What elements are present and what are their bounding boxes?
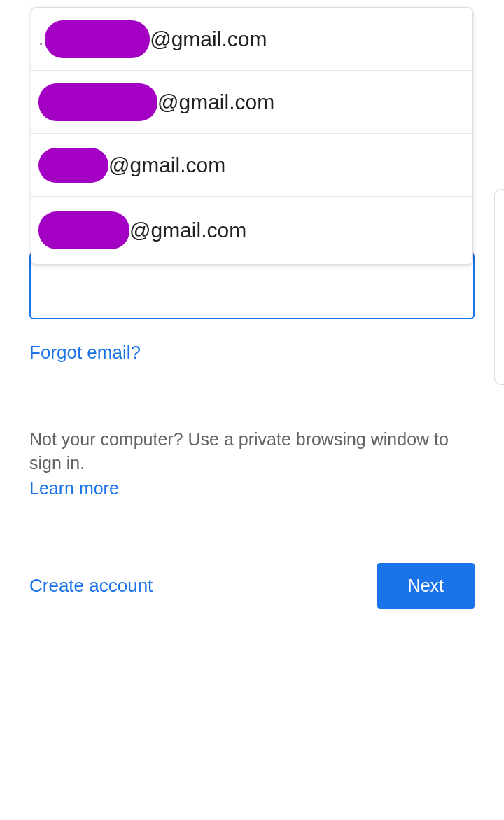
redacted-username-icon bbox=[38, 83, 158, 121]
email-suffix: @gmail.com bbox=[130, 218, 246, 242]
create-account-link[interactable]: Create account bbox=[29, 575, 153, 597]
redacted-username-icon bbox=[38, 148, 108, 183]
privacy-text: Not your computer? Use a private browsin… bbox=[29, 428, 475, 475]
redacted-username-icon bbox=[38, 211, 130, 249]
privacy-notice: Not your computer? Use a private browsin… bbox=[29, 428, 475, 499]
forgot-email-link[interactable]: Forgot email? bbox=[29, 342, 141, 363]
autocomplete-suggestion[interactable]: . @gmail.com bbox=[31, 8, 472, 71]
email-suffix: @gmail.com bbox=[108, 153, 225, 177]
redacted-username-icon bbox=[45, 20, 150, 58]
autocomplete-suggestion[interactable]: @gmail.com bbox=[31, 197, 472, 264]
email-autocomplete-dropdown: . @gmail.com @gmail.com @gmail.com @gmai… bbox=[31, 7, 473, 265]
side-panel-edge bbox=[494, 189, 504, 385]
email-suffix: @gmail.com bbox=[158, 90, 274, 114]
next-button[interactable]: Next bbox=[377, 563, 475, 609]
email-suffix: @gmail.com bbox=[150, 27, 267, 51]
leading-dot-icon: . bbox=[38, 28, 43, 50]
buttons-row: Create account Next bbox=[29, 563, 475, 609]
autocomplete-suggestion[interactable]: @gmail.com bbox=[31, 71, 472, 134]
learn-more-link[interactable]: Learn more bbox=[29, 478, 119, 499]
autocomplete-suggestion[interactable]: @gmail.com bbox=[31, 134, 472, 197]
